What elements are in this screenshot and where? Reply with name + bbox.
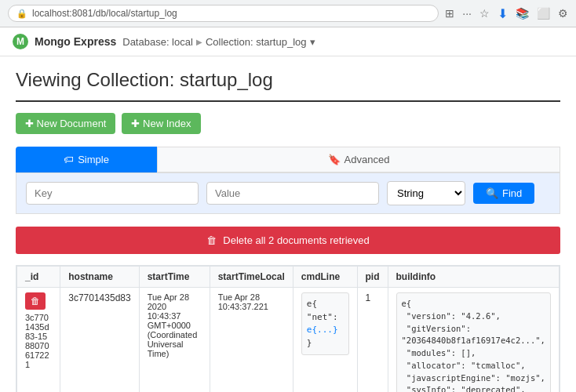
- col-starttime: startTime: [139, 267, 210, 288]
- app-header: M Mongo Express Database: local ▶ Collec…: [0, 27, 576, 56]
- download-icon: ⬇: [498, 6, 508, 21]
- table-row: 🗑 3c7701435d83-1588070617221 3c7701435d8…: [17, 288, 560, 393]
- logo-letter: M: [16, 36, 24, 47]
- tab-advanced[interactable]: 🔖 Advanced: [157, 147, 560, 172]
- tab-simple[interactable]: 🏷 Simple: [16, 147, 157, 172]
- lock-icon: 🔒: [16, 9, 27, 19]
- cell-buildinfo: e{ "version": "4.2.6", "gitVersion": "20…: [388, 288, 559, 393]
- delete-all-bar[interactable]: 🗑 Delete all 2 documents retrieved: [16, 227, 560, 254]
- title-divider: [16, 100, 560, 102]
- breadcrumb: Database: local ▶ Collection: startup_lo…: [122, 36, 315, 48]
- new-index-button[interactable]: ✚ New Index: [122, 113, 200, 134]
- breadcrumb-dropdown[interactable]: ▾: [310, 36, 315, 48]
- app-name: Mongo Express: [35, 35, 116, 48]
- url-text: localhost:8081/db/local/startup_log: [32, 8, 177, 19]
- breadcrumb-db[interactable]: Database: local: [122, 36, 193, 48]
- data-table-wrapper: _id hostname startTime startTimeLocal cm…: [16, 265, 560, 392]
- simple-tab-icon: 🏷: [64, 154, 74, 165]
- browser-chrome: 🔒 localhost:8081/db/local/startup_log ⊞ …: [0, 0, 576, 27]
- delete-icon: 🗑: [206, 234, 217, 246]
- cell-hostname: 3c7701435d83: [60, 288, 139, 393]
- delete-label: Delete all 2 documents retrieved: [223, 234, 369, 246]
- cmdline-code: e{ "net": e{...} }: [301, 292, 349, 355]
- bookmark-icon: ☆: [479, 7, 490, 20]
- search-bar: String Number Boolean ObjectId Date Arra…: [16, 172, 560, 214]
- cell-starttime: Tue Apr 28202010:43:37GMT+0000(Coordinat…: [139, 288, 210, 393]
- search-section: 🏷 Simple 🔖 Advanced String Number Boolea…: [16, 147, 560, 214]
- page-content: Viewing Collection: startup_log ✚ New Do…: [0, 56, 576, 392]
- app-logo: M: [13, 34, 28, 49]
- breadcrumb-sep: ▶: [196, 38, 202, 46]
- window-icon: ⬜: [537, 7, 550, 20]
- more-icon: ···: [462, 7, 472, 20]
- value-input[interactable]: [206, 182, 379, 205]
- cell-cmdline: e{ "net": e{...} }: [293, 288, 357, 393]
- type-select[interactable]: String Number Boolean ObjectId Date Arra…: [387, 181, 465, 205]
- col-pid: pid: [357, 267, 388, 288]
- extensions-icon: ⊞: [445, 7, 454, 20]
- cell-id: 🗑 3c7701435d83-1588070617221: [17, 288, 60, 393]
- browser-toolbar: ⊞ ··· ☆ ⬇ 📚 ⬜ ⚙: [445, 6, 568, 21]
- col-buildinfo: buildinfo: [388, 267, 559, 288]
- row-id-text: 3c7701435d83-1588070617221: [25, 313, 52, 369]
- data-table: _id hostname startTime startTimeLocal cm…: [16, 266, 560, 392]
- search-tabs: 🏷 Simple 🔖 Advanced: [16, 147, 560, 172]
- cell-starttimelocal: Tue Apr 2810:43:37.221: [210, 288, 293, 393]
- address-bar[interactable]: 🔒 localhost:8081/db/local/startup_log: [8, 5, 439, 22]
- new-document-button[interactable]: ✚ New Document: [16, 113, 115, 134]
- net-expand[interactable]: e{...}: [307, 325, 338, 335]
- col-starttimelocal: startTimeLocal: [210, 267, 293, 288]
- col-hostname: hostname: [60, 267, 139, 288]
- bookmarks-icon: 📚: [516, 7, 529, 20]
- action-buttons: ✚ New Document ✚ New Index: [16, 113, 560, 134]
- col-cmdline: cmdLine: [293, 267, 357, 288]
- find-button[interactable]: 🔍 Find: [473, 183, 534, 204]
- advanced-tab-icon: 🔖: [328, 154, 341, 165]
- delete-row-button[interactable]: 🗑: [25, 292, 46, 310]
- table-header-row: _id hostname startTime startTimeLocal cm…: [17, 267, 560, 288]
- find-label: Find: [502, 187, 522, 199]
- buildinfo-code: e{ "version": "4.2.6", "gitVersion": "20…: [396, 292, 551, 392]
- settings-icon: ⚙: [558, 7, 568, 20]
- advanced-tab-label: Advanced: [345, 154, 390, 165]
- breadcrumb-collection[interactable]: Collection: startup_log: [206, 36, 307, 48]
- col-id: _id: [17, 267, 60, 288]
- page-title: Viewing Collection: startup_log: [16, 69, 560, 91]
- cell-pid: 1: [357, 288, 388, 393]
- key-input[interactable]: [26, 182, 199, 205]
- simple-tab-label: Simple: [78, 154, 109, 165]
- find-icon: 🔍: [486, 187, 498, 199]
